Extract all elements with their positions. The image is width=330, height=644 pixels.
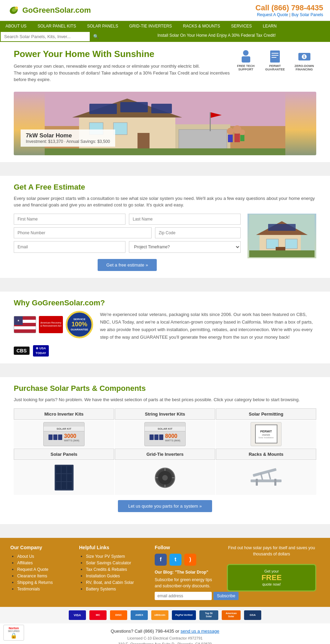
- search-button[interactable]: 🔍: [90, 32, 102, 41]
- footer-follow-title: Follow: [155, 545, 217, 550]
- usa-today-logo: ⊕ USA TODAY: [33, 345, 49, 357]
- free-quote-get: Get your: [233, 569, 310, 573]
- zip-input[interactable]: [155, 227, 241, 238]
- string-watts: 8000: [165, 433, 180, 439]
- footer-tax-credits[interactable]: Tax Credits & Rebates: [86, 567, 148, 572]
- micro-unit: WATTS (3kW): [64, 439, 79, 442]
- amex-payment-logo: AMEX: [131, 610, 148, 620]
- nav-item-learn[interactable]: LEARN: [257, 21, 282, 31]
- footer-contact: Questions? Call (866) 798-4435 or send u…: [7, 629, 323, 634]
- parts-description: Just looking for parts? No problem. We h…: [14, 396, 316, 403]
- section-divider-2: [0, 278, 330, 285]
- footer-helpful-title: Helpful Links: [79, 545, 148, 550]
- rss-icon[interactable]: ): [184, 554, 196, 566]
- why-content: ★ American Recovery & Reinvestment Act S…: [14, 311, 316, 357]
- cat-header-micro[interactable]: Micro Inverter Kits: [14, 408, 114, 420]
- footer-testimonials[interactable]: Testimonials: [17, 586, 72, 591]
- logo-area: GoGreenSolar.com: [7, 5, 91, 15]
- cat-image-string[interactable]: SOLAR KIT 8000 WATTS (8kW): [115, 420, 215, 448]
- footer-size-pv[interactable]: Size Your PV System: [86, 554, 148, 559]
- subscribe-email-input[interactable]: [155, 592, 212, 600]
- footer-battery-systems[interactable]: Battery Systems: [86, 586, 148, 591]
- get-estimate-button[interactable]: Get a free estimate »: [98, 259, 156, 271]
- solar-home-label: 7kW Solar Home Investment: $13,370 · Ann…: [21, 129, 115, 147]
- phone-input[interactable]: [14, 227, 152, 238]
- footer-follow-col: Follow f t ) Our Blog: "The Solar Drop" …: [155, 545, 217, 600]
- cat-image-panels[interactable]: [14, 461, 114, 495]
- footer-about-us[interactable]: About Us: [17, 554, 72, 559]
- facebook-icon[interactable]: f: [155, 554, 167, 566]
- cat-image-racks[interactable]: [216, 461, 316, 495]
- hero-section: Power Your Home With Sunshine Generate y…: [0, 42, 330, 162]
- first-name-input[interactable]: [14, 214, 125, 225]
- free-quote-free: FREE: [233, 573, 310, 582]
- free-quote-button[interactable]: Get your FREE quote now!: [227, 564, 316, 591]
- footer-installation-guides[interactable]: Installation Guides: [86, 573, 148, 578]
- why-section: Why GoGreenSolar.com? ★ American Recover…: [0, 292, 330, 364]
- solar-home-title: 7kW Solar Home: [26, 132, 110, 139]
- mastercard-payment-logo: MC: [89, 610, 107, 620]
- search-promo-row: 🔍 Install Solar On Your Home And Enjoy A…: [0, 31, 330, 42]
- request-quote-link[interactable]: Request A Quote: [257, 12, 288, 17]
- timeframe-select[interactable]: Project Timeframe? Immediately 1-3 Month…: [129, 241, 241, 253]
- nav-item-services[interactable]: SERVICES: [226, 21, 257, 31]
- cat-header-string[interactable]: String Inverter Kits: [115, 408, 215, 420]
- search-input[interactable]: [1, 32, 90, 41]
- buy-panels-link[interactable]: Buy Solar Panels: [292, 12, 323, 17]
- search-bar: 🔍: [0, 31, 103, 42]
- footer-request-quote[interactable]: Request A Quote: [17, 567, 72, 572]
- footer-clearance[interactable]: Clearance Items: [17, 573, 72, 578]
- svg-rect-51: [274, 479, 276, 486]
- phone-number[interactable]: Call (866) 798-4435: [255, 3, 323, 12]
- why-description: We're experienced solar veterans, packag…: [100, 311, 316, 357]
- estimate-form: Project Timeframe? Immediately 1-3 Month…: [14, 214, 241, 271]
- footer-shipping[interactable]: Shipping & Returns: [17, 580, 72, 585]
- nav-item-about-us[interactable]: ABOUT US: [0, 21, 32, 31]
- social-icons: f t ): [155, 554, 217, 566]
- cat-header-racks[interactable]: Racks & Mounts: [216, 449, 316, 460]
- nav-item-racks[interactable]: RACKS & MOUNTS: [177, 21, 226, 31]
- email-input[interactable]: [14, 241, 125, 253]
- footer-affiliates[interactable]: Affiliates: [17, 560, 72, 565]
- nav-item-solar-panel-kits[interactable]: SOLAR PANEL KITS: [32, 21, 81, 31]
- phone-area: Call (866) 798-4435 Request A Quote | Bu…: [255, 3, 323, 17]
- form-row-name: [14, 214, 241, 225]
- cat-header-panels[interactable]: Solar Panels: [14, 449, 114, 460]
- footer-findout-col: Find out how solar pays for itself and s…: [223, 545, 320, 600]
- nav-item-grid-tie[interactable]: GRID-TIE INVERTERS: [124, 21, 177, 31]
- free-quote-container: Get your FREE quote now!: [223, 557, 320, 595]
- footer-rv-solar[interactable]: RV, Boat, and Cabin Solar: [86, 580, 148, 585]
- cat-image-inverters[interactable]: [115, 461, 215, 495]
- badge-permit: PERMIT GUARANTEE: [263, 49, 287, 71]
- section-divider-1: [0, 162, 330, 169]
- svg-point-2: [15, 7, 18, 9]
- discover-payment-logo: DISC: [110, 610, 127, 620]
- quote-parts-button[interactable]: Let us quote you parts for a system »: [118, 500, 212, 512]
- twitter-icon[interactable]: t: [169, 554, 182, 566]
- norton-badge[interactable]: Norton SECURED 🔒: [3, 625, 24, 641]
- cat-header-inverters[interactable]: Grid-Tie Inverters: [115, 449, 215, 460]
- logo-leaf-icon: [7, 5, 21, 15]
- parts-title: Purchase Solar Parts & Components: [14, 384, 316, 393]
- estimate-house-svg: [249, 214, 315, 257]
- svg-rect-27: [228, 135, 233, 142]
- cat-image-micro[interactable]: SOLAR KIT 3000 WATTS (3kW): [14, 420, 114, 448]
- svg-rect-5: [270, 50, 280, 63]
- svg-rect-4: [242, 56, 250, 63]
- top50-solar-logo: Top 50Solar: [199, 610, 218, 620]
- person-icon: [238, 49, 254, 64]
- blog-desc: Subscribe for green energy tips and subs…: [155, 577, 217, 589]
- find-out-text: Find out how solar pays for itself and s…: [223, 545, 320, 557]
- hero-title: Power Your Home With Sunshine: [14, 49, 234, 59]
- cbs-logo: CBS: [14, 347, 30, 355]
- nav-bar: ABOUT US SOLAR PANEL KITS SOLAR PANELS G…: [0, 21, 330, 31]
- cat-header-permit[interactable]: Solar Permitting: [216, 408, 316, 420]
- footer-solar-savings[interactable]: Solar Savings Calculator: [86, 560, 148, 565]
- media-logos: CBS ⊕ USA TODAY: [14, 345, 93, 357]
- payment-section: VISA MC DISC AMEX oBitcoin PayPal Verifi…: [0, 607, 330, 623]
- footer-company-title: Our Company: [10, 545, 72, 550]
- send-message-link[interactable]: send us a message: [180, 629, 219, 634]
- nav-item-solar-panels[interactable]: SOLAR PANELS: [81, 21, 123, 31]
- cat-image-permit[interactable]: PERMIT 054565 Solar Installation: [216, 420, 316, 448]
- last-name-input[interactable]: [129, 214, 241, 225]
